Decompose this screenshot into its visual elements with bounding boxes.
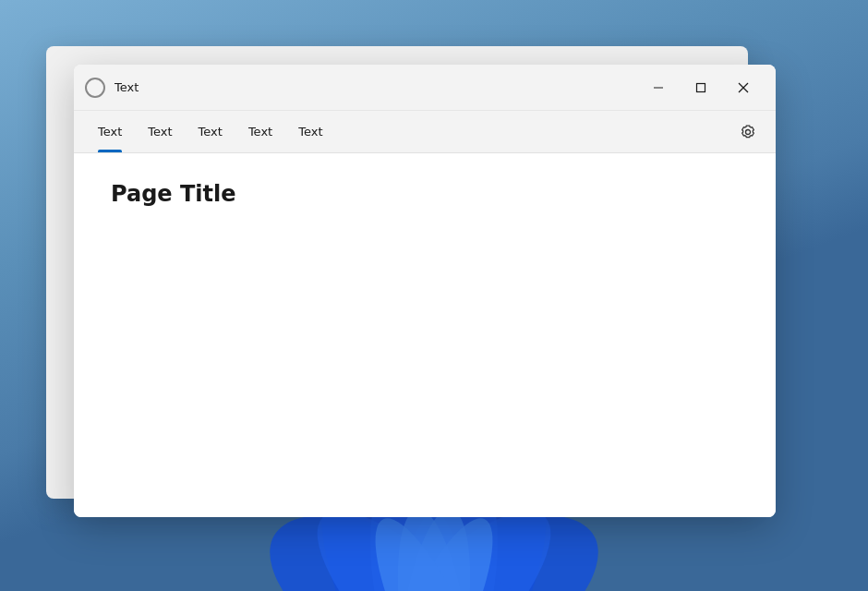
desktop: Text xyxy=(0,0,868,591)
window-controls xyxy=(637,73,765,103)
minimize-icon xyxy=(653,82,664,93)
nav-tab-1[interactable]: Text xyxy=(85,111,135,152)
nav-tab-4[interactable]: Text xyxy=(235,111,285,152)
main-window: Text xyxy=(74,65,776,517)
page-title: Page Title xyxy=(111,181,739,207)
content-area: Page Title xyxy=(74,153,776,517)
window-title: Text xyxy=(115,80,637,94)
nav-tab-5[interactable]: Text xyxy=(285,111,335,152)
close-icon xyxy=(738,82,749,93)
minimize-button[interactable] xyxy=(637,73,680,103)
title-bar: Text xyxy=(74,65,776,111)
close-button[interactable] xyxy=(722,73,765,103)
nav-tab-2[interactable]: Text xyxy=(135,111,185,152)
maximize-icon xyxy=(695,82,706,93)
svg-rect-14 xyxy=(697,83,705,91)
nav-tab-3[interactable]: Text xyxy=(186,111,235,152)
gear-icon xyxy=(740,124,756,140)
maximize-button[interactable] xyxy=(680,73,722,103)
app-icon xyxy=(85,78,105,98)
nav-bar: Text Text Text Text Text xyxy=(74,111,776,153)
nav-tabs: Text Text Text Text Text xyxy=(85,111,731,152)
settings-button[interactable] xyxy=(731,115,765,149)
